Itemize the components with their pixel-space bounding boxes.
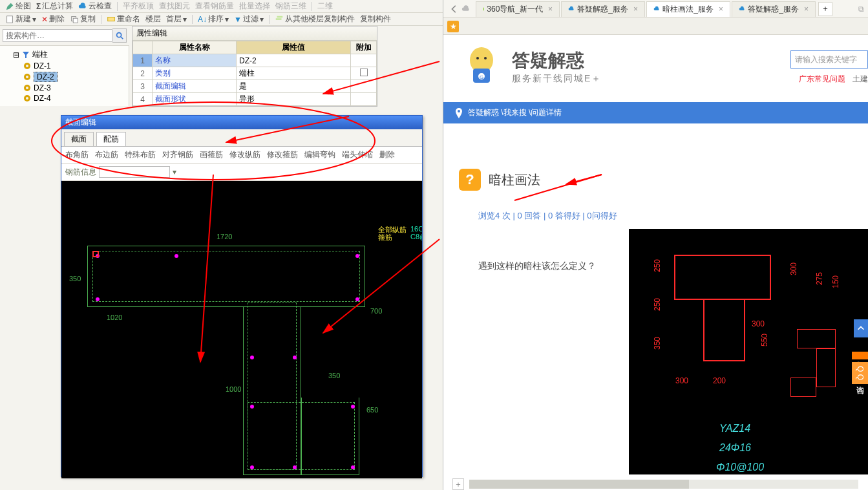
svg-rect-2 — [73, 18, 78, 23]
tool-sort[interactable]: A↓ 排序 ▾ — [196, 14, 230, 25]
browser-tab[interactable]: 答疑解惑_服务× — [732, 1, 816, 17]
tree-root[interactable]: ⊟ 端柱 — [13, 48, 126, 61]
info-input[interactable] — [99, 166, 170, 178]
dim: 200 — [713, 376, 726, 385]
sec-tool-7[interactable]: 编辑弯钩 — [304, 149, 335, 160]
prop-value[interactable]: 端柱 — [237, 67, 351, 80]
sec-tool-3[interactable]: 对齐钢筋 — [162, 149, 193, 160]
close-icon[interactable]: × — [804, 5, 809, 14]
search-input[interactable] — [3, 29, 112, 42]
prop-attach[interactable] — [351, 80, 377, 93]
floor-select[interactable]: 首层 ▾ — [165, 14, 188, 25]
back-to-top[interactable] — [854, 319, 868, 337]
tool-copy[interactable]: 复制 — [69, 14, 97, 25]
tool-new[interactable]: 新建 ▾ — [4, 14, 37, 25]
link-civil[interactable]: 土建 — [852, 74, 868, 83]
tree-item[interactable]: DZ-1 — [23, 61, 126, 71]
badge-follow[interactable]: 关注我们 — [852, 352, 868, 359]
browser-tab[interactable]: 360导航_新一代× — [476, 1, 560, 17]
section-canvas[interactable]: 1720 350 1020 700 350 1000 650 350 全部纵筋 … — [61, 181, 422, 478]
link-faq[interactable]: 广东常见问题 — [799, 74, 845, 83]
svg-point-11 — [26, 76, 28, 78]
tree-item[interactable]: DZ-3 — [23, 83, 126, 93]
chevron-down-icon[interactable]: ▾ — [173, 167, 176, 176]
tab-rebar[interactable]: 配筋 — [96, 132, 126, 146]
zoom-plus[interactable]: ＋ — [452, 478, 464, 490]
row-num: 1 — [133, 54, 153, 67]
tree-item-label: DZ-1 — [34, 61, 51, 70]
property-row[interactable]: 3截面编辑是 — [133, 80, 377, 93]
search-button[interactable] — [112, 28, 127, 43]
section-editor-title: 截面编辑 — [61, 116, 422, 129]
sec-tool-0[interactable]: 布角筋 — [65, 149, 89, 160]
close-icon[interactable]: × — [719, 5, 723, 14]
svg-rect-3 — [108, 17, 115, 21]
prop-value[interactable]: 是 — [237, 80, 351, 93]
gear-icon — [23, 73, 31, 81]
svg-point-27 — [484, 57, 487, 59]
svg-line-7 — [120, 37, 123, 39]
prop-attach[interactable] — [351, 67, 377, 80]
scroll-track[interactable] — [469, 480, 858, 489]
property-row[interactable]: 4截面形状异形 — [133, 93, 377, 106]
sec-tool-8[interactable]: 端头伸缩 — [342, 149, 373, 160]
tool-delete[interactable]: ✕ 删除 — [40, 14, 66, 25]
separator — [192, 15, 193, 24]
corner-marker — [92, 251, 99, 257]
tool-findgraph: 查找图元 — [158, 1, 191, 12]
star-icon[interactable]: ★ — [447, 21, 459, 32]
sort-icon: A↓ — [198, 15, 207, 24]
cad-app: 绘图 Σ 汇总计算 云检查 平齐板顶 查找图元 查看钢筋量 批量选择 钢筋三维 … — [0, 0, 443, 490]
tool-cloudcheck[interactable]: 云检查 — [77, 1, 113, 12]
sec-tool-1[interactable]: 布边筋 — [95, 149, 118, 160]
prop-name: 截面编辑 — [153, 80, 237, 93]
browser-tab[interactable]: 暗柱画法_服务× — [646, 1, 730, 17]
tree-item[interactable]: DZ-2 — [23, 71, 126, 83]
page-search[interactable]: 请输入搜索关键字 — [790, 50, 868, 69]
label: YAZ14 — [719, 423, 750, 434]
tool-rename[interactable]: 重命名 — [105, 14, 142, 25]
tag-icon — [107, 15, 116, 24]
tool-seerebar: 查看钢筋量 — [194, 1, 235, 12]
sec-tool-6[interactable]: 修改箍筋 — [267, 149, 298, 160]
close-icon[interactable]: × — [633, 5, 638, 14]
tree-item[interactable]: DZ-4 — [23, 93, 126, 103]
svg-point-13 — [26, 87, 28, 89]
tool-sumcalc[interactable]: Σ 汇总计算 — [35, 1, 74, 12]
sec-tool-5[interactable]: 修改纵筋 — [229, 149, 260, 160]
prop-attach[interactable] — [351, 54, 377, 67]
tool-rebar3d: 钢筋三维 — [274, 1, 308, 12]
badge-qq[interactable]: Q Q咨询 — [852, 362, 868, 384]
prop-value[interactable]: DZ-2 — [237, 54, 351, 67]
tool-draw[interactable]: 绘图 — [4, 1, 32, 12]
dim: 700 — [370, 307, 382, 315]
prop-attach[interactable] — [351, 93, 377, 106]
sec-tool-4[interactable]: 画箍筋 — [200, 149, 223, 160]
breadcrumb[interactable]: 答疑解惑 \我来搜 \问题详情 — [468, 107, 562, 118]
property-row[interactable]: 1名称DZ-2 — [133, 54, 377, 67]
label: 复制构件 — [360, 14, 391, 25]
rebar-dot — [250, 405, 254, 409]
new-tab-button[interactable]: ＋ — [818, 2, 832, 16]
tool-copymember[interactable]: 复制构件 — [359, 14, 392, 25]
cloud-icon[interactable] — [461, 5, 471, 14]
prop-name: 类别 — [153, 67, 237, 80]
tool-filter[interactable]: ▼ 过滤 ▾ — [233, 14, 265, 25]
scroll-thumb[interactable] — [469, 480, 689, 489]
gear-icon — [23, 62, 31, 70]
col-num — [133, 41, 153, 54]
prop-value[interactable]: 异形 — [237, 93, 351, 106]
horizontal-scrollbar[interactable]: ＋ — [452, 478, 858, 490]
property-row[interactable]: 2类别端柱 — [133, 67, 377, 80]
checkbox-icon[interactable] — [360, 69, 368, 76]
svg-rect-0 — [7, 16, 13, 23]
browser-tab[interactable]: 答疑解惑_服务× — [561, 1, 645, 17]
close-icon[interactable]: × — [548, 5, 553, 14]
left-icon[interactable] — [450, 5, 459, 14]
tool-copyfromfloor[interactable]: 从其他楼层复制构件 — [273, 14, 356, 25]
label: 钢筋三维 — [275, 1, 306, 12]
tab-section[interactable]: 截面 — [64, 132, 94, 146]
breadcrumb-bar: 答疑解惑 \我来搜 \问题详情 — [443, 102, 868, 123]
tab-overflow-icon[interactable]: ⧉ — [854, 5, 868, 14]
sec-tool-2[interactable]: 特殊布筋 — [125, 149, 156, 160]
